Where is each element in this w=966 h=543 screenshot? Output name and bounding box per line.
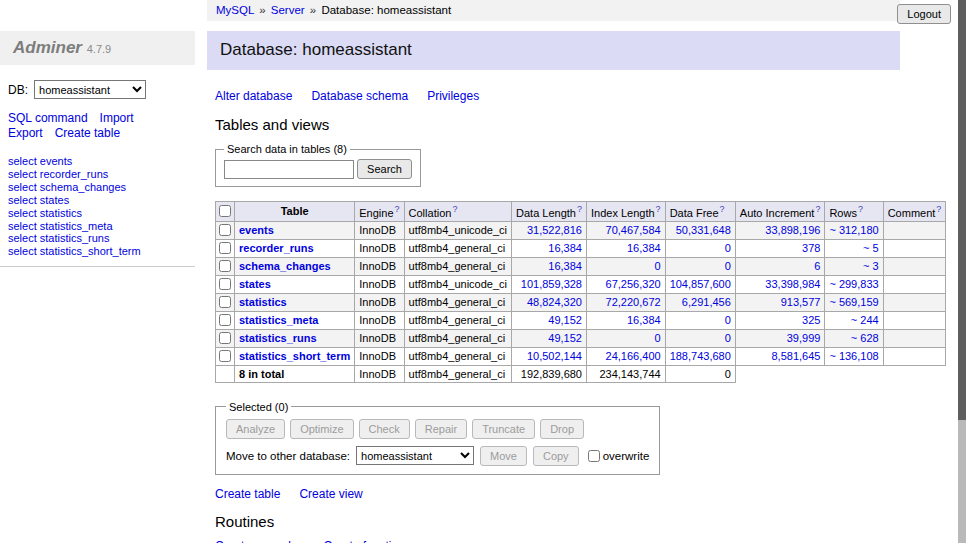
- repair-button[interactable]: Repair: [415, 419, 467, 439]
- sidebar-select-recorder-runs[interactable]: select recorder_runs: [8, 168, 108, 180]
- rows-count-cell[interactable]: ~ 628: [825, 329, 883, 347]
- sidebar-select-statistics-meta[interactable]: select statistics_meta: [8, 220, 113, 232]
- rows-count-cell[interactable]: ~ 244: [825, 311, 883, 329]
- help-icon[interactable]: ?: [577, 204, 582, 214]
- row-checkbox[interactable]: [219, 224, 231, 236]
- row-checkbox[interactable]: [219, 296, 231, 308]
- select-all-checkbox[interactable]: [219, 205, 231, 217]
- row-checkbox[interactable]: [219, 278, 231, 290]
- move-button[interactable]: Move: [480, 446, 527, 466]
- data-length-cell[interactable]: 49,152: [512, 311, 587, 329]
- auto-increment-cell[interactable]: 33,898,196: [735, 221, 825, 239]
- data-free-cell[interactable]: 0: [665, 257, 735, 275]
- row-checkbox[interactable]: [219, 260, 231, 272]
- data-free-cell[interactable]: 50,331,648: [665, 221, 735, 239]
- table-link[interactable]: states: [239, 278, 271, 290]
- data-length-cell[interactable]: 48,824,320: [512, 293, 587, 311]
- sidebar-select-states[interactable]: select states: [8, 194, 69, 206]
- breadcrumb-server-link[interactable]: Server: [271, 4, 305, 16]
- data-length-cell[interactable]: 49,152: [512, 329, 587, 347]
- table-link[interactable]: events: [239, 224, 274, 236]
- table-link[interactable]: schema_changes: [239, 260, 331, 272]
- sidebar-select-statistics[interactable]: select statistics: [8, 207, 82, 219]
- help-icon[interactable]: ?: [395, 204, 400, 214]
- index-length-cell[interactable]: 16,384: [586, 311, 665, 329]
- search-button[interactable]: Search: [357, 159, 412, 179]
- auto-increment-cell[interactable]: 39,999: [735, 329, 825, 347]
- overwrite-checkbox[interactable]: [588, 450, 600, 462]
- truncate-button[interactable]: Truncate: [472, 419, 535, 439]
- move-db-select[interactable]: homeassistant: [356, 446, 474, 465]
- scrollbar[interactable]: [958, 0, 966, 543]
- table-link[interactable]: statistics_runs: [239, 332, 317, 344]
- create-table-sidebar-link[interactable]: Create table: [55, 126, 120, 140]
- data-free-cell[interactable]: 0: [665, 329, 735, 347]
- table-link[interactable]: statistics: [239, 296, 287, 308]
- data-length-cell[interactable]: 16,384: [512, 257, 587, 275]
- logout-button[interactable]: Logout: [897, 4, 951, 24]
- sidebar-select-schema-changes[interactable]: select schema_changes: [8, 181, 126, 193]
- index-length-cell[interactable]: 16,384: [586, 239, 665, 257]
- sidebar-select-events[interactable]: select events: [8, 155, 72, 167]
- scrollbar-thumb[interactable]: [958, 0, 966, 420]
- search-input[interactable]: [224, 160, 354, 179]
- create-view-link[interactable]: Create view: [299, 487, 362, 501]
- analyze-button[interactable]: Analyze: [226, 419, 285, 439]
- index-length-cell[interactable]: 0: [586, 329, 665, 347]
- rows-count-cell[interactable]: ~ 569,159: [825, 293, 883, 311]
- rows-count-cell[interactable]: ~ 5: [825, 239, 883, 257]
- auto-increment-cell[interactable]: 913,577: [735, 293, 825, 311]
- table-link[interactable]: recorder_runs: [239, 242, 314, 254]
- data-length-cell[interactable]: 101,859,328: [512, 275, 587, 293]
- db-select[interactable]: homeassistant: [34, 80, 146, 99]
- sidebar-select-statistics-short-term[interactable]: select statistics_short_term: [8, 245, 141, 257]
- drop-button[interactable]: Drop: [540, 419, 584, 439]
- alter-database-link[interactable]: Alter database: [215, 89, 292, 103]
- help-icon[interactable]: ?: [815, 204, 820, 214]
- row-checkbox[interactable]: [219, 350, 231, 362]
- help-icon[interactable]: ?: [720, 204, 725, 214]
- data-free-cell[interactable]: 104,857,600: [665, 275, 735, 293]
- privileges-link[interactable]: Privileges: [427, 89, 479, 103]
- create-function-link[interactable]: Create function: [323, 539, 404, 543]
- sidebar-select-statistics-runs[interactable]: select statistics_runs: [8, 232, 109, 244]
- rows-count-cell[interactable]: ~ 312,180: [825, 221, 883, 239]
- database-schema-link[interactable]: Database schema: [311, 89, 408, 103]
- sql-command-link[interactable]: SQL command: [8, 111, 88, 125]
- auto-increment-cell[interactable]: 378: [735, 239, 825, 257]
- data-free-cell[interactable]: 188,743,680: [665, 347, 735, 365]
- create-table-link[interactable]: Create table: [215, 487, 280, 501]
- table-link[interactable]: statistics_short_term: [239, 350, 350, 362]
- optimize-button[interactable]: Optimize: [290, 419, 353, 439]
- help-icon[interactable]: ?: [858, 204, 863, 214]
- data-free-cell[interactable]: 0: [665, 239, 735, 257]
- help-icon[interactable]: ?: [452, 204, 457, 214]
- auto-increment-cell[interactable]: 33,398,984: [735, 275, 825, 293]
- row-checkbox[interactable]: [219, 242, 231, 254]
- rows-count-cell[interactable]: ~ 136,108: [825, 347, 883, 365]
- rows-count-cell[interactable]: ~ 299,833: [825, 275, 883, 293]
- help-icon[interactable]: ?: [656, 204, 661, 214]
- data-length-cell[interactable]: 10,502,144: [512, 347, 587, 365]
- export-link[interactable]: Export: [8, 126, 43, 140]
- auto-increment-cell[interactable]: 8,581,645: [735, 347, 825, 365]
- index-length-cell[interactable]: 67,256,320: [586, 275, 665, 293]
- row-checkbox[interactable]: [219, 314, 231, 326]
- index-length-cell[interactable]: 70,467,584: [586, 221, 665, 239]
- create-procedure-link[interactable]: Create procedure: [215, 539, 308, 543]
- auto-increment-cell[interactable]: 6: [735, 257, 825, 275]
- index-length-cell[interactable]: 24,166,400: [586, 347, 665, 365]
- row-checkbox[interactable]: [219, 332, 231, 344]
- copy-button[interactable]: Copy: [533, 446, 579, 466]
- data-length-cell[interactable]: 31,522,816: [512, 221, 587, 239]
- table-link[interactable]: statistics_meta: [239, 314, 319, 326]
- breadcrumb-mysql-link[interactable]: MySQL: [216, 4, 254, 16]
- help-icon[interactable]: ?: [936, 204, 941, 214]
- index-length-cell[interactable]: 0: [586, 257, 665, 275]
- import-link[interactable]: Import: [100, 111, 134, 125]
- data-free-cell[interactable]: 0: [665, 311, 735, 329]
- check-button[interactable]: Check: [359, 419, 410, 439]
- index-length-cell[interactable]: 72,220,672: [586, 293, 665, 311]
- rows-count-cell[interactable]: ~ 3: [825, 257, 883, 275]
- data-length-cell[interactable]: 16,384: [512, 239, 587, 257]
